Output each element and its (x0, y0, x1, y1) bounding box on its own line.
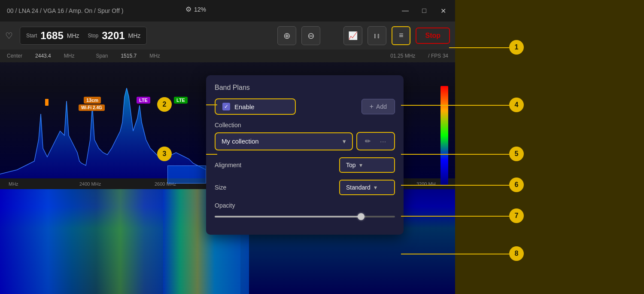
add-button[interactable]: + Add (361, 99, 395, 114)
annotation-1: 1 (509, 40, 524, 55)
collection-dropdown[interactable]: My collection ▾ (215, 132, 353, 150)
alignment-row: Alignment Top ▾ (215, 157, 395, 173)
collection-row: My collection ▾ ✏ ··· (215, 132, 395, 150)
alignment-dropdown[interactable]: Top ▾ (339, 157, 395, 173)
annotation-line-8 (401, 254, 509, 254)
dropdown-chevron-icon: ▾ (343, 138, 346, 145)
annotation-line-2 (206, 104, 217, 105)
collection-section: Collection My collection ▾ ✏ ··· (215, 122, 395, 150)
checkmark-icon: ✓ (222, 103, 230, 110)
annotation-6: 6 (509, 178, 524, 192)
minimize-button[interactable]: — (397, 0, 414, 21)
plus-icon: + (370, 103, 374, 110)
chart-icon: 📈 (348, 31, 358, 40)
start-unit: MHz (67, 32, 79, 39)
panel-title: Band Plans (215, 84, 395, 92)
center-value: 2443.4 (35, 53, 51, 59)
more-options-button[interactable]: ··· (377, 135, 390, 147)
color-scale (440, 86, 448, 185)
band-label-wifi: Wi-Fi 2.4G (79, 104, 105, 111)
annotation-2: 2 (157, 97, 172, 112)
annotation-4: 4 (509, 98, 524, 112)
band-plans-panel: Band Plans ✓ Enable + Add Collection My … (206, 75, 404, 235)
opacity-slider-thumb[interactable] (358, 213, 365, 220)
cpu-icon: ⚙ (185, 5, 191, 13)
annotation-line-4 (401, 105, 509, 106)
size-chevron-icon: ▾ (374, 184, 377, 191)
lines-icon: ⫿⫿ (374, 32, 380, 39)
collection-section-label: Collection (215, 122, 395, 129)
window-controls: ⚙ 12% — □ ✕ (393, 0, 455, 21)
annotation-8: 8 (509, 246, 524, 261)
band-label-lte2: LTE (174, 97, 188, 104)
freq-info-bar: Center 2443.4 MHz Span 1515.7 MHz 01.25 … (0, 49, 455, 62)
spectrum-svg (0, 62, 206, 178)
bookmark-icon: ♡ (5, 31, 13, 41)
band-label-13cm: 13cm (84, 97, 101, 104)
alignment-chevron-icon: ▾ (359, 162, 362, 168)
size-value: Standard (346, 184, 371, 191)
annotation-line-1 (449, 47, 509, 48)
settings-button[interactable]: ≡ (392, 26, 410, 45)
settings-icon: ≡ (399, 31, 404, 40)
alignment-value: Top (346, 162, 356, 168)
opacity-section: Opacity (215, 202, 395, 221)
stop-label: Stop (88, 33, 99, 39)
maximize-button[interactable]: □ (416, 0, 433, 21)
zoom-out-button[interactable]: ⊖ (301, 26, 320, 45)
freq-label-2400: 2400 MHz (79, 181, 101, 187)
zoom-out-icon: ⊖ (307, 31, 315, 41)
chart-button[interactable]: 📈 (343, 26, 362, 45)
size-label: Size (215, 184, 339, 191)
span-value: 1515.7 (121, 53, 137, 59)
span-label: Span (96, 53, 108, 59)
more-icon: ··· (380, 138, 386, 145)
right-panel (455, 0, 644, 294)
right-info1: 01.25 MHz (390, 53, 415, 59)
stop-button[interactable]: Stop (416, 28, 450, 44)
annotation-line-7 (401, 216, 509, 217)
size-dropdown[interactable]: Standard ▾ (339, 180, 395, 195)
opacity-slider-fill (215, 216, 359, 217)
annotation-line-6 (401, 185, 509, 186)
add-label: Add (376, 103, 387, 110)
annotation-5: 5 (509, 147, 524, 161)
enable-label: Enable (234, 103, 255, 110)
opacity-slider-wrap (215, 212, 395, 221)
edit-collection-button[interactable]: ✏ (361, 135, 374, 147)
toolbar: ♡ Start 1685 MHz Stop 3201 MHz ⊕ ⊖ 📈 ⫿⫿ … (0, 21, 455, 49)
annotation-line-5 (401, 154, 509, 155)
span-unit: MHz (149, 53, 160, 59)
edit-icon: ✏ (365, 138, 371, 145)
annotation-line-3 (206, 154, 217, 155)
lines-button[interactable]: ⫿⫿ (368, 26, 386, 45)
zoom-in-icon: ⊕ (283, 31, 291, 41)
size-row: Size Standard ▾ (215, 180, 395, 195)
selection-band (167, 165, 206, 184)
titlebar: 00 / LNA 24 / VGA 16 / Amp. On / Spur Of… (0, 0, 455, 21)
stop-unit: MHz (128, 32, 141, 39)
start-label: Start (26, 33, 37, 39)
title-text: 00 / LNA 24 / VGA 16 / Amp. On / Spur Of… (7, 7, 123, 14)
zoom-in-button[interactable]: ⊕ (277, 26, 296, 45)
collection-value: My collection (222, 138, 259, 145)
annotation-7: 7 (509, 208, 524, 223)
enable-row: ✓ Enable + Add (215, 98, 395, 115)
center-label: Center (7, 53, 22, 59)
enable-checkbox[interactable]: ✓ Enable (215, 98, 296, 115)
opacity-label: Opacity (215, 202, 395, 209)
center-unit: MHz (64, 53, 75, 59)
freq-display: Start 1685 MHz Stop 3201 MHz (20, 27, 147, 45)
signal-peak (45, 99, 49, 106)
annotation-3: 3 (157, 147, 172, 161)
start-value: 1685 (40, 30, 63, 42)
close-button[interactable]: ✕ (434, 0, 452, 21)
cpu-percent: 12% (194, 6, 206, 13)
alignment-label: Alignment (215, 162, 339, 168)
right-info2: / FPS 34 (428, 53, 448, 59)
stop-value: 3201 (102, 30, 125, 42)
band-label-lte1: LTE (137, 97, 150, 104)
freq-label-mhz: MHz (9, 181, 18, 187)
opacity-slider-track (215, 216, 395, 217)
cpu-indicator: ⚙ 12% (185, 5, 206, 13)
